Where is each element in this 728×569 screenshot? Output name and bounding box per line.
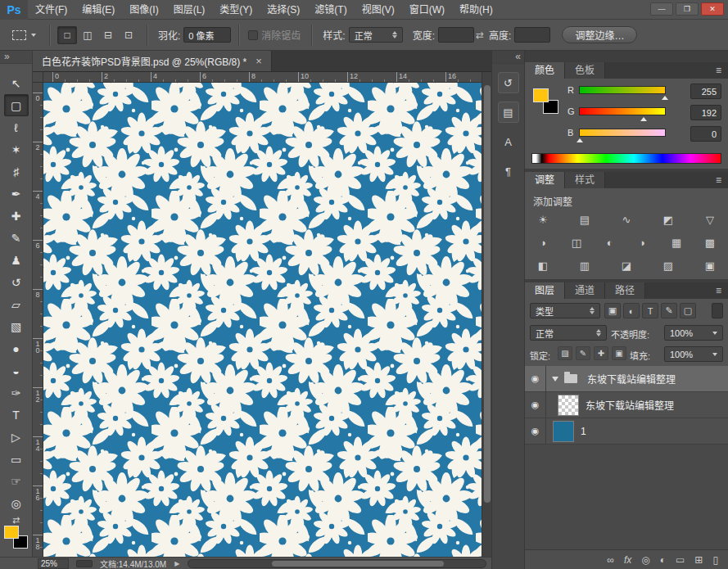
hue-saturation-icon[interactable]: ◑ — [532, 234, 554, 251]
slider-thumb-icon[interactable] — [640, 114, 647, 121]
height-input[interactable] — [514, 27, 550, 43]
document-tab[interactable]: 白色花卉装饰PSD背景图.psd @ 25%(RGB/8) * × — [33, 51, 272, 71]
new-selection-mode-button[interactable]: □ — [57, 26, 77, 44]
menu-item-file[interactable]: 文件(F) — [28, 0, 75, 20]
group-expand-icon[interactable] — [552, 377, 558, 385]
color-lookup-icon[interactable]: ▩ — [699, 234, 721, 251]
menu-item-filter[interactable]: 滤镜(T) — [307, 0, 354, 20]
close-button[interactable]: ✕ — [701, 2, 724, 16]
blue-channel-value[interactable] — [690, 126, 721, 142]
filter-adjustment-layers-icon[interactable]: ◐ — [623, 303, 640, 318]
photo-filter-icon[interactable]: ◗ — [632, 234, 653, 251]
exposure-icon[interactable]: ◩ — [658, 211, 679, 228]
new-layer-icon[interactable]: ⊞ — [694, 554, 703, 566]
selective-color-icon[interactable]: ▣ — [699, 257, 721, 273]
layer-group-row[interactable]: ◉ 东坡下载站编辑整理 — [525, 366, 728, 392]
black-white-icon[interactable]: ◐ — [599, 234, 621, 251]
layer-row[interactable]: ◉ 1 — [525, 418, 728, 445]
visibility-eye-icon[interactable]: ◉ — [525, 366, 546, 391]
document-tab-close-icon[interactable]: × — [255, 55, 262, 67]
delete-layer-icon[interactable]: ▯ — [712, 554, 718, 566]
filter-shape-layers-icon[interactable]: ✎ — [661, 303, 677, 318]
blur-tool[interactable]: ● — [4, 337, 29, 359]
add-to-selection-mode-button[interactable]: ◫ — [78, 26, 97, 44]
visibility-eye-icon[interactable]: ◉ — [525, 392, 546, 418]
green-channel-slider[interactable] — [579, 107, 666, 115]
pen-tool[interactable]: ✑ — [4, 382, 29, 404]
path-selection-tool[interactable]: ▷ — [4, 426, 29, 448]
swap-width-height-icon[interactable]: ⇄ — [476, 29, 484, 41]
curves-icon[interactable]: ∿ — [616, 211, 637, 228]
invert-icon[interactable]: ◧ — [532, 257, 554, 273]
menu-item-image[interactable]: 图像(I) — [122, 0, 165, 20]
eraser-tool[interactable]: ▱ — [4, 293, 29, 315]
status-flyout-arrow-icon[interactable]: ▶ — [174, 560, 179, 567]
layer-style-icon[interactable]: fx — [624, 554, 631, 566]
tab-swatches[interactable]: 色板 — [565, 62, 605, 79]
add-layer-mask-icon[interactable]: ◎ — [641, 554, 649, 566]
filter-pixel-layers-icon[interactable]: ▣ — [604, 303, 621, 318]
move-tool[interactable]: ↖ — [4, 72, 29, 94]
color-balance-icon[interactable]: ◫ — [566, 234, 587, 251]
rectangular-marquee-tool[interactable]: ▢ — [4, 94, 29, 116]
visibility-eye-icon[interactable]: ◉ — [525, 418, 546, 444]
color-panel-menu-icon[interactable]: ≡ — [716, 65, 728, 76]
threshold-icon[interactable]: ◪ — [616, 257, 637, 273]
gradient-tool[interactable]: ▧ — [4, 315, 29, 337]
tab-styles[interactable]: 样式 — [565, 172, 605, 188]
layer-filter-dropdown[interactable]: 类型 — [530, 303, 600, 318]
subtract-from-selection-mode-button[interactable]: ⊟ — [98, 26, 118, 44]
filter-smart-objects-icon[interactable]: ▢ — [680, 303, 696, 318]
blend-mode-dropdown[interactable]: 正常 — [530, 325, 607, 341]
layer-thumbnail[interactable] — [558, 395, 579, 416]
eyedropper-tool[interactable]: ✒ — [4, 183, 29, 205]
dock-collapse-icon[interactable]: « — [492, 51, 524, 64]
menu-item-type[interactable]: 类型(Y) — [212, 0, 260, 20]
swap-colors-icon[interactable]: ⇄ — [0, 515, 32, 526]
lock-all-icon[interactable]: ▣ — [612, 346, 626, 360]
tab-adjustments[interactable]: 调整 — [525, 172, 565, 188]
red-channel-value[interactable] — [690, 84, 721, 99]
opacity-dropdown[interactable]: 100% — [664, 325, 723, 341]
clone-stamp-tool[interactable]: ♟ — [4, 249, 29, 271]
filter-type-layers-icon[interactable]: T — [642, 303, 658, 318]
fill-dropdown[interactable]: 100% — [664, 346, 723, 362]
minimize-button[interactable]: — — [650, 2, 673, 16]
menu-item-help[interactable]: 帮助(H) — [452, 0, 500, 20]
history-brush-tool[interactable]: ↺ — [4, 271, 29, 293]
hand-tool[interactable]: ☞ — [4, 470, 29, 492]
new-adjustment-layer-icon[interactable]: ◐ — [660, 554, 666, 566]
slider-thumb-icon[interactable] — [577, 135, 583, 142]
properties-panel-button[interactable]: ▤ — [498, 102, 519, 123]
zoom-level-field[interactable] — [38, 558, 69, 569]
tab-layers[interactable]: 图层 — [525, 282, 565, 299]
levels-icon[interactable]: ▤ — [574, 211, 595, 228]
menu-item-layer[interactable]: 图层(L) — [166, 0, 213, 20]
posterize-icon[interactable]: ▥ — [574, 257, 595, 273]
style-dropdown[interactable]: 正常 — [349, 27, 403, 43]
quick-selection-tool[interactable]: ✶ — [4, 138, 29, 160]
layer-row[interactable]: ◉ 东坡下载站编辑整理 — [525, 392, 728, 418]
tool-preset-picker[interactable] — [7, 27, 42, 43]
zoom-tool[interactable]: ◎ — [4, 492, 29, 514]
vertical-scrollbar-thumb[interactable] — [484, 85, 491, 503]
foreground-color-swatch[interactable] — [4, 526, 19, 539]
brightness-contrast-icon[interactable]: ☀ — [532, 211, 554, 228]
tab-paths[interactable]: 路径 — [605, 282, 645, 299]
channel-mixer-icon[interactable]: ▦ — [666, 234, 687, 251]
vibrance-icon[interactable]: ▽ — [699, 211, 721, 228]
menu-item-view[interactable]: 视图(V) — [355, 0, 402, 20]
canvas-image[interactable] — [43, 83, 482, 557]
color-spectrum-ramp[interactable] — [531, 153, 721, 164]
character-panel-button[interactable]: A — [498, 131, 519, 152]
new-group-icon[interactable]: ▭ — [676, 554, 685, 566]
slider-thumb-icon[interactable] — [662, 93, 668, 100]
antialias-checkbox[interactable] — [248, 30, 258, 40]
layer-filter-toggle[interactable] — [712, 303, 723, 318]
width-input[interactable] — [438, 27, 474, 43]
tab-channels[interactable]: 通道 — [565, 282, 605, 299]
tab-color[interactable]: 颜色 — [525, 62, 565, 79]
panel-foreground-swatch[interactable] — [533, 88, 549, 102]
lock-image-pixels-icon[interactable]: ✎ — [576, 346, 590, 360]
canvas-vertical-scrollbar[interactable] — [482, 72, 491, 557]
